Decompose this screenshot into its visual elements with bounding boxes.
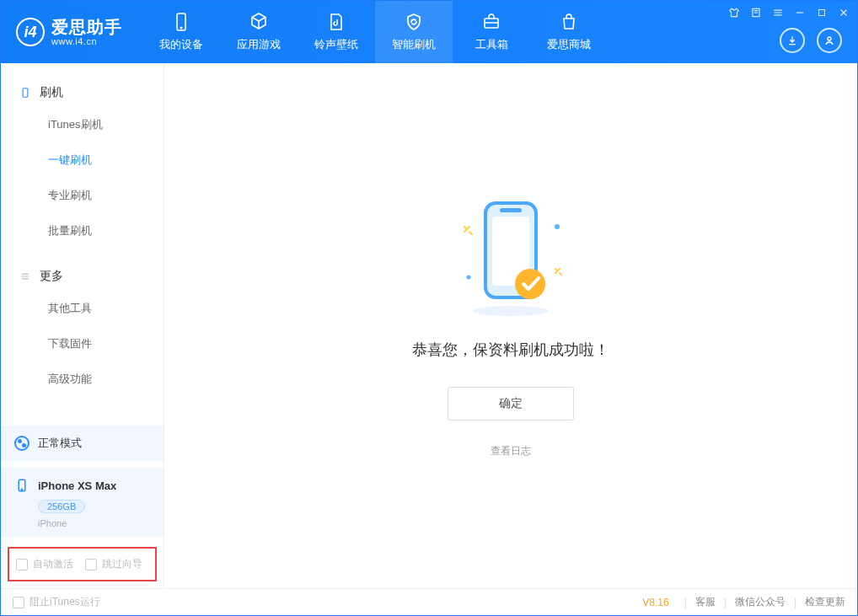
shield-refresh-icon <box>404 12 424 32</box>
footer-link-wechat[interactable]: 微信公众号 <box>735 595 786 609</box>
sidebar-item-itunes-flash[interactable]: iTunes刷机 <box>1 109 164 141</box>
checkbox-skip-guide[interactable]: 跳过向导 <box>85 557 142 571</box>
version-label: V8.16 <box>642 597 668 608</box>
success-illustration <box>439 193 582 319</box>
footer: 阻止iTunes运行 V8.16 | 客服 | 微信公众号 | 检查更新 <box>1 588 857 615</box>
svg-point-8 <box>21 489 22 490</box>
mode-icon <box>14 436 29 451</box>
sidebar-item-advanced[interactable]: 高级功能 <box>1 363 164 395</box>
checkbox-auto-activate[interactable]: 自动激活 <box>16 557 73 571</box>
confirm-button[interactable]: 确定 <box>448 387 574 420</box>
close-button[interactable] <box>837 6 850 19</box>
main-tabs: 我的设备 应用游戏 铃声壁纸 智能刷机 工具箱 爱思商城 <box>142 1 608 63</box>
menu-button[interactable] <box>771 6 785 19</box>
checkbox-block-itunes[interactable]: 阻止iTunes运行 <box>13 595 100 609</box>
sidebar-item-other-tools[interactable]: 其他工具 <box>1 292 164 324</box>
tab-store[interactable]: 爱思商城 <box>530 1 608 63</box>
tab-ringtone[interactable]: 铃声壁纸 <box>298 1 375 63</box>
tab-device[interactable]: 我的设备 <box>142 1 220 63</box>
maximize-button[interactable] <box>815 6 829 19</box>
header-actions <box>780 28 842 53</box>
svg-rect-5 <box>819 10 825 16</box>
device-name: iPhone XS Max <box>38 479 116 492</box>
minimize-icon <box>794 7 806 19</box>
sidebar: 刷机 iTunes刷机 一键刷机 专业刷机 批量刷机 更多 其 <box>1 63 164 588</box>
feedback-button[interactable] <box>749 6 763 19</box>
app-logo: i4 爱思助手 www.i4.cn <box>1 1 134 63</box>
section-flash-title: 刷机 <box>1 78 164 109</box>
note-icon <box>750 7 762 19</box>
bag-icon <box>559 12 579 32</box>
phone-success-icon <box>439 193 582 319</box>
device-capacity: 256GB <box>38 500 85 513</box>
app-url: www.i4.cn <box>51 36 122 46</box>
body: 刷机 iTunes刷机 一键刷机 专业刷机 批量刷机 更多 其 <box>1 63 857 588</box>
skin-button[interactable] <box>727 6 741 19</box>
svg-point-9 <box>473 306 549 316</box>
maximize-icon <box>817 8 827 18</box>
device-type: iPhone <box>38 518 150 528</box>
window-controls <box>727 6 850 19</box>
sidebar-item-pro-flash[interactable]: 专业刷机 <box>1 179 164 212</box>
account-button[interactable] <box>817 28 842 53</box>
sidebar-item-download-firmware[interactable]: 下载固件 <box>1 328 164 360</box>
svg-point-1 <box>180 27 182 29</box>
footer-link-support[interactable]: 客服 <box>695 595 716 609</box>
svg-point-15 <box>467 276 471 280</box>
app-name: 爱思助手 <box>51 18 122 36</box>
options-row: 自动激活 跳过向导 <box>8 547 157 581</box>
main-content: 恭喜您，保资料刷机成功啦！ 确定 查看日志 <box>164 63 857 588</box>
svg-rect-6 <box>23 88 28 98</box>
menu-icon <box>772 7 784 19</box>
sidebar-item-batch-flash[interactable]: 批量刷机 <box>1 215 164 247</box>
cube-icon <box>249 12 269 32</box>
svg-rect-12 <box>500 208 522 212</box>
view-log-link[interactable]: 查看日志 <box>491 444 531 458</box>
device-info[interactable]: iPhone XS Max 256GB iPhone <box>1 468 164 537</box>
svg-point-14 <box>555 224 560 229</box>
tab-toolbox[interactable]: 工具箱 <box>453 1 530 63</box>
svg-point-13 <box>515 269 545 299</box>
tab-flash[interactable]: 智能刷机 <box>375 1 453 63</box>
checkbox-icon <box>16 559 28 570</box>
header: i4 爱思助手 www.i4.cn 我的设备 应用游戏 铃声壁纸 智能刷机 <box>1 1 857 63</box>
device-phone-icon <box>14 478 29 493</box>
toolbox-icon <box>481 12 501 32</box>
list-icon <box>19 271 31 282</box>
phone-outline-icon <box>19 87 31 99</box>
download-icon <box>786 34 799 47</box>
logo-icon: i4 <box>16 18 45 46</box>
section-more-title: 更多 <box>1 262 164 292</box>
tab-apps[interactable]: 应用游戏 <box>220 1 298 63</box>
success-message: 恭喜您，保资料刷机成功啦！ <box>412 340 609 360</box>
svg-point-3 <box>828 37 831 40</box>
user-icon <box>823 34 836 47</box>
shirt-icon <box>728 7 740 19</box>
app-window: i4 爱思助手 www.i4.cn 我的设备 应用游戏 铃声壁纸 智能刷机 <box>0 0 858 616</box>
music-file-icon <box>326 12 346 32</box>
device-mode[interactable]: 正常模式 <box>1 426 164 461</box>
footer-link-update[interactable]: 检查更新 <box>805 595 845 609</box>
checkbox-icon <box>13 597 24 608</box>
sidebar-item-oneclick-flash[interactable]: 一键刷机 <box>1 144 164 176</box>
minimize-button[interactable] <box>793 6 807 19</box>
phone-icon <box>171 12 191 32</box>
checkbox-icon <box>85 559 97 570</box>
close-icon <box>838 7 850 19</box>
download-button[interactable] <box>780 28 805 53</box>
